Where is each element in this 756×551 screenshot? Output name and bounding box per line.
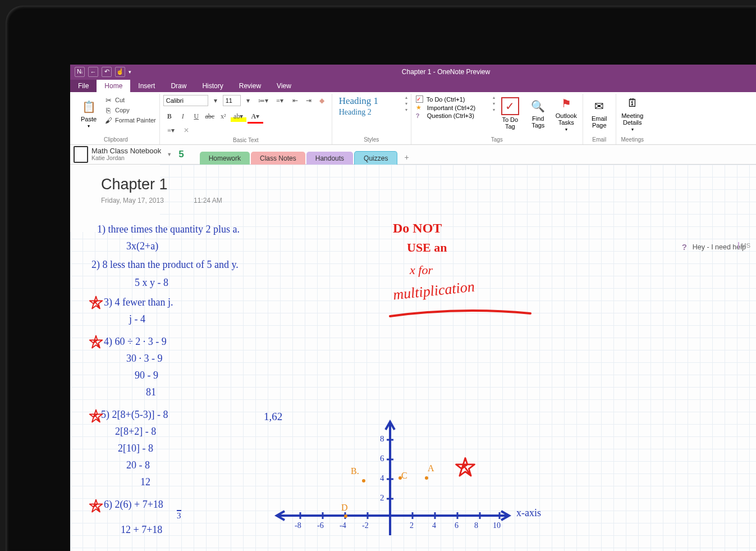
outdent-icon[interactable]: ⇤ xyxy=(289,95,301,106)
question-icon: ? xyxy=(682,242,687,252)
tab-draw[interactable]: Draw xyxy=(163,80,194,92)
checkbox-icon: ✓ xyxy=(416,95,423,103)
point-A: A xyxy=(428,463,434,473)
axis-xn6: -6 xyxy=(317,521,324,530)
font-size-input[interactable] xyxy=(223,95,241,106)
axis-xlabel: x-axis xyxy=(516,507,541,519)
axis-x6: 6 xyxy=(455,521,459,530)
section-tab-quizzes[interactable]: Quizzes xyxy=(354,151,397,165)
qat-dropdown-icon[interactable]: ▾ xyxy=(129,69,131,75)
point-A-dot xyxy=(425,476,428,480)
email-page-button[interactable]: ✉Email Page xyxy=(587,95,612,132)
font-name-input[interactable] xyxy=(163,95,208,106)
point-D: D xyxy=(341,503,348,513)
touch-icon[interactable]: ☝ xyxy=(115,67,125,77)
style-up-icon[interactable]: ▴ xyxy=(405,95,407,100)
font-size-dd-icon[interactable]: ▾ xyxy=(242,95,254,106)
find-tags-button[interactable]: 🔍Find Tags xyxy=(525,95,551,132)
tag-todo[interactable]: ✓To Do (Ctrl+1) xyxy=(415,95,491,103)
todo-check-icon: ✓ xyxy=(501,97,519,115)
back-icon[interactable]: ← xyxy=(88,67,98,77)
font-color-icon[interactable]: A▾ xyxy=(248,111,263,124)
window-title: Chapter 1 - OneNote Preview xyxy=(136,68,756,76)
point-C-dot xyxy=(398,476,402,480)
style-more-icon[interactable]: ▾ xyxy=(405,107,407,112)
outlook-tasks-button[interactable]: ⚑Outlook Tasks▾ xyxy=(553,95,579,132)
eraser-icon[interactable]: ◆ xyxy=(316,95,328,106)
add-section-button[interactable]: + xyxy=(398,151,414,164)
notebook-badge: 5 xyxy=(178,149,184,160)
highlight-icon[interactable]: ab▾ xyxy=(231,111,246,122)
comment-initials: MS xyxy=(738,242,751,249)
italic-button[interactable]: I xyxy=(177,111,189,122)
subscript-button[interactable]: x² xyxy=(217,111,230,122)
section-tab-handouts[interactable]: Handouts xyxy=(306,152,353,165)
calendar-icon: 🗓 xyxy=(625,95,640,111)
todo-tag-button[interactable]: ✓To Do Tag xyxy=(497,95,523,132)
ink-red-underline xyxy=(387,308,533,325)
red-star-mark xyxy=(89,409,103,424)
point-D-dot xyxy=(344,514,347,518)
clipboard-icon: 📋 xyxy=(81,99,97,115)
ink-line-5: 3) 4 fewer than j. xyxy=(104,297,173,308)
notebook-bar: Math Class Notebook Katie Jordan ▼ 5 Hom… xyxy=(70,145,756,165)
ink-red-3: x for xyxy=(410,263,433,277)
paste-button[interactable]: 📋 Paste ▾ xyxy=(76,95,102,132)
ink-line-7: 4) 60 ÷ 2 · 3 - 9 xyxy=(104,336,167,348)
undo-icon[interactable]: ↶ xyxy=(102,67,112,77)
underline-button[interactable]: U xyxy=(190,111,203,122)
red-star-mark xyxy=(89,335,103,349)
tab-file[interactable]: File xyxy=(70,80,97,92)
tab-view[interactable]: View xyxy=(269,80,299,92)
red-star-mark xyxy=(89,295,103,310)
page-title[interactable]: Chapter 1 xyxy=(101,176,168,193)
meeting-details-button[interactable]: 🗓Meeting Details▾ xyxy=(620,95,645,132)
question-icon: ? xyxy=(416,112,424,119)
page-canvas[interactable]: Chapter 1 Friday, May 17, 2013 11:24 AM … xyxy=(70,165,756,551)
ink-line-15: 12 xyxy=(140,476,150,488)
email-group-label: Email xyxy=(587,135,612,144)
indent-icon[interactable]: ⇥ xyxy=(303,95,315,106)
numbering-icon[interactable]: ≡▾ xyxy=(272,95,288,106)
titlebar: Nᵢ ← ↶ ☝ ▾ Chapter 1 - OneNote Preview xyxy=(70,65,756,79)
bold-button[interactable]: B xyxy=(163,111,176,122)
section-tab-homework[interactable]: Homework xyxy=(200,152,250,165)
notebook-picker[interactable]: Math Class Notebook Katie Jordan ▼ 5 xyxy=(74,146,184,163)
bullets-icon[interactable]: ≔▾ xyxy=(255,95,271,106)
ink-line-1: 1) three times the quantity 2 plus a. xyxy=(97,224,240,235)
format-painter-button[interactable]: 🖌Format Painter xyxy=(104,115,156,125)
tag-question[interactable]: ?Question (Ctrl+3) xyxy=(415,112,491,120)
font-name-dd-icon[interactable]: ▾ xyxy=(209,95,222,106)
copy-button[interactable]: ⎘Copy xyxy=(104,105,156,115)
cut-button[interactable]: ✂Cut xyxy=(104,95,156,105)
ink-axes xyxy=(267,417,536,551)
axis-x4: 4 xyxy=(432,521,436,530)
red-star-on-graph xyxy=(455,457,476,478)
flag-icon: ⚑ xyxy=(558,95,574,111)
clear-format-icon[interactable]: ✕ xyxy=(180,125,193,136)
comment-note[interactable]: ? Hey - I need help xyxy=(682,242,746,252)
tab-insert[interactable]: Insert xyxy=(130,80,163,92)
align-icon[interactable]: ≡▾ xyxy=(163,125,179,136)
tab-home[interactable]: Home xyxy=(97,80,130,92)
axis-y6: 6 xyxy=(380,454,384,463)
style-heading2[interactable]: Heading 2 xyxy=(336,107,403,117)
tag-important[interactable]: ★Important (Ctrl+2) xyxy=(415,103,491,112)
tags-down-icon[interactable]: ▾ xyxy=(493,101,495,106)
section-tab-classnotes[interactable]: Class Notes xyxy=(251,152,305,165)
axis-xn8: -8 xyxy=(295,521,301,530)
tags-up-icon[interactable]: ▴ xyxy=(493,95,495,100)
chevron-down-icon: ▼ xyxy=(167,152,172,157)
point-B-dot xyxy=(362,479,365,482)
style-heading1[interactable]: Heading 1 xyxy=(336,95,403,107)
tab-review[interactable]: Review xyxy=(231,80,269,92)
tab-history[interactable]: History xyxy=(194,80,231,92)
tags-more-icon[interactable]: ▾ xyxy=(493,107,495,112)
chevron-down-icon: ▾ xyxy=(565,127,567,132)
app-icon: Nᵢ xyxy=(75,67,85,77)
meetings-group-label: Meetings xyxy=(620,135,645,144)
style-down-icon[interactable]: ▾ xyxy=(405,101,407,106)
notebook-icon xyxy=(74,146,88,163)
clipboard-group-label: Clipboard xyxy=(76,135,156,144)
strike-button[interactable]: abc xyxy=(204,111,216,122)
